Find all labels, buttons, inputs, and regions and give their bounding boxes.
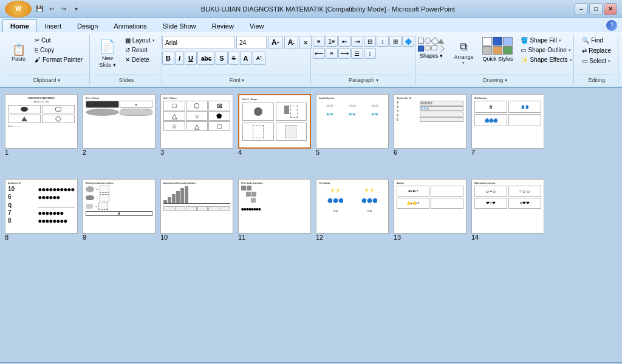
slide-num-7: 7 [471, 149, 544, 156]
slide-thumb-1[interactable]: DIAGNOSTIK MATEMATIK DIAGNOSTIC TEST [5, 94, 78, 149]
office-button[interactable]: W [5, 1, 32, 18]
arrange-button[interactable]: ⧉ Arrange ▾ [449, 36, 477, 70]
paste-button[interactable]: 📋 Paste [7, 36, 30, 70]
customize-quick-btn[interactable]: ▾ [70, 4, 81, 15]
tab-review[interactable]: Review [204, 19, 242, 32]
layout-button[interactable]: ▦ Layout ▾ [122, 36, 158, 45]
slide-thumb-12[interactable]: Fill in blanks ⚡⚡ ⚡⚡ 🔵🔵🔵 🔵🔵🔵 👓 👓 [316, 179, 389, 234]
slide-thumb-13[interactable]: Addition ❤+❤=? 🟡+🟡=? [394, 179, 466, 234]
slide-thumb-9[interactable]: Write figures based on numbers → → [83, 179, 156, 234]
increase-font-btn[interactable]: A+ [268, 36, 283, 49]
clear-format-btn[interactable]: ✕ [299, 36, 312, 49]
underline-button[interactable]: U [185, 52, 197, 65]
slide-num-2: 2 [83, 149, 156, 156]
slide-thumb-14[interactable]: Mathematical sentences ☺+☺ =☺☺ ❤+❤ =❤❤ [471, 179, 544, 234]
slide-thumb-4[interactable]: Unit 2.1 - Shapes [238, 94, 311, 149]
copy-button[interactable]: ⎘ Copy [32, 46, 86, 55]
slide-num-10: 10 [160, 234, 233, 241]
save-quick-btn[interactable]: 💾 [34, 4, 45, 15]
paste-icon: 📋 [12, 44, 26, 55]
slide-thumb-7[interactable]: Write Numbers 5 👤👤 🔵🔵🔵 [471, 94, 544, 149]
style-sample-3 [503, 37, 513, 46]
slide-num-12: 12 [316, 234, 389, 241]
style-sample-6 [503, 46, 513, 55]
slide-num-5: 5 [316, 149, 389, 156]
shadow-button[interactable]: S [216, 52, 227, 65]
slide-container-10: Ascending and Descending Numbers [160, 179, 233, 241]
shapes-button[interactable]: Shapes ▾ [415, 36, 447, 61]
italic-button[interactable]: I [175, 52, 184, 65]
arrange-label: Arrange [454, 54, 473, 60]
strikethrough2-button[interactable]: S̶ [228, 52, 239, 65]
slide-thumb-11[interactable]: Fill in blanks descending [238, 179, 311, 234]
align-left-btn[interactable]: ⟵ [313, 48, 325, 59]
justify-btn[interactable]: ☰ [351, 48, 363, 59]
shapes-grid [418, 38, 444, 52]
slide-thumb-5[interactable]: Equal Collections 🚲🚲 🚲🚲 🚲🚲 🐦🐦 🐦🐦 🐦🐦 [316, 94, 389, 149]
font-color-btn[interactable]: A [240, 52, 252, 65]
tab-view[interactable]: View [242, 19, 272, 32]
shape-effects-button[interactable]: ✨ Shape Effects ▾ [518, 55, 575, 64]
replace-button[interactable]: ⇄ Replace [579, 46, 614, 55]
slide-thumb-10[interactable]: Ascending and Descending Numbers [160, 179, 233, 234]
undo-quick-btn[interactable]: ↩ [46, 4, 57, 15]
align-center-btn[interactable]: ≡ [326, 48, 338, 59]
new-slide-button[interactable]: 📄 New Slide ▾ [95, 36, 120, 71]
slide-container-1: DIAGNOSTIK MATEMATIK DIAGNOSTIC TEST [5, 94, 78, 156]
tab-slideshow[interactable]: Slide Show [155, 19, 204, 32]
line-spacing-btn[interactable]: ↕ [364, 48, 376, 59]
redo-quick-btn[interactable]: ↪ [58, 4, 69, 15]
delete-icon: ✕ [125, 56, 130, 63]
align-right-btn[interactable]: ⟶ [338, 48, 350, 59]
slides-content: 📄 New Slide ▾ ▦ Layout ▾ ↺ Reset ✕ [95, 36, 158, 75]
tab-home[interactable]: Home [2, 19, 37, 32]
slide-thumb-6[interactable]: Numbers 1 to 10 43526 ⚽⚽⚽⚽ 🐾🐾🐾 [394, 94, 466, 149]
bold-button[interactable]: B [162, 52, 174, 65]
text-direction-btn[interactable]: ↕ [377, 36, 389, 47]
tab-insert[interactable]: Insert [37, 19, 70, 32]
slide-num-13: 13 [394, 234, 466, 241]
select-button[interactable]: ▭ Select ▾ [579, 56, 613, 66]
slide-num-1: 1 [5, 149, 78, 156]
slide-container-8: Numbers to 10 10 ⬤⬤⬤⬤⬤⬤⬤⬤⬤⬤ 6 ⬤⬤⬤⬤⬤⬤ q 7… [5, 179, 78, 241]
bullets-button[interactable]: ≡ [313, 36, 325, 47]
strikethrough-button[interactable]: abc [197, 52, 215, 65]
format-painter-button[interactable]: 🖌 Format Painter [32, 55, 86, 64]
slide-thumb-8[interactable]: Numbers to 10 10 ⬤⬤⬤⬤⬤⬤⬤⬤⬤⬤ 6 ⬤⬤⬤⬤⬤⬤ q 7… [5, 179, 78, 234]
cut-button[interactable]: ✂ Cut [32, 36, 86, 45]
slide-thumb-3[interactable]: Unit 2 - Shapes □ ⬡ ⊠ △ ○ ⬟ ☆ △ □ [160, 94, 233, 149]
find-button[interactable]: 🔍 Find [579, 36, 606, 45]
slide-thumb-2[interactable]: Unit 1 - Colours ✿ [83, 94, 156, 149]
minimize-button[interactable]: – [575, 3, 588, 15]
style-sample-4 [482, 46, 492, 55]
reset-button[interactable]: ↺ Reset [122, 46, 158, 55]
align-text-btn[interactable]: ⊞ [389, 36, 402, 47]
col-button[interactable]: ⊟ [364, 36, 376, 47]
tab-animations[interactable]: Animations [106, 19, 154, 32]
convert-smartart-btn[interactable]: 🔷 [402, 36, 414, 47]
quick-styles-button[interactable]: Quick Styles [480, 36, 515, 63]
slide-row-2: Numbers to 10 10 ⬤⬤⬤⬤⬤⬤⬤⬤⬤⬤ 6 ⬤⬤⬤⬤⬤⬤ q 7… [5, 179, 617, 253]
increase-indent-btn[interactable]: ⇥ [351, 36, 363, 47]
decrease-indent-btn[interactable]: ⇤ [338, 36, 350, 47]
shape-fill-button[interactable]: 🪣 Shape Fill ▾ [518, 36, 575, 45]
numbering-button[interactable]: 1≡ [326, 36, 338, 47]
slide-grid[interactable]: DIAGNOSTIK MATEMATIK DIAGNOSTIC TEST [0, 88, 622, 362]
tab-design[interactable]: Design [69, 19, 106, 32]
font-size-input[interactable] [236, 36, 267, 49]
delete-button[interactable]: ✕ Delete [122, 55, 158, 64]
find-icon: 🔍 [582, 37, 589, 44]
help-button[interactable]: ? [606, 20, 617, 31]
font-name-input[interactable] [162, 36, 235, 49]
slide-container-13: Addition ❤+❤=? 🟡+🟡=? 13 [394, 179, 466, 241]
close-button[interactable]: ✕ [604, 3, 617, 15]
maximize-button[interactable]: □ [589, 3, 603, 15]
window-title: BUKU UJIAN DIAGNOSTIK MATEMATIK [Compati… [201, 5, 455, 13]
char-spacing-btn[interactable]: Aꜛ [253, 52, 266, 65]
shape-outline-button[interactable]: ▭ Shape Outline ▾ [518, 46, 575, 55]
select-icon: ▭ [582, 58, 587, 64]
font-content: A+ A- ✕ B I U abc S S̶ A Aꜛ [162, 36, 312, 75]
decrease-font-btn[interactable]: A- [284, 36, 298, 49]
shape-filled-rect [418, 46, 424, 52]
slide-num-9: 9 [83, 234, 156, 241]
